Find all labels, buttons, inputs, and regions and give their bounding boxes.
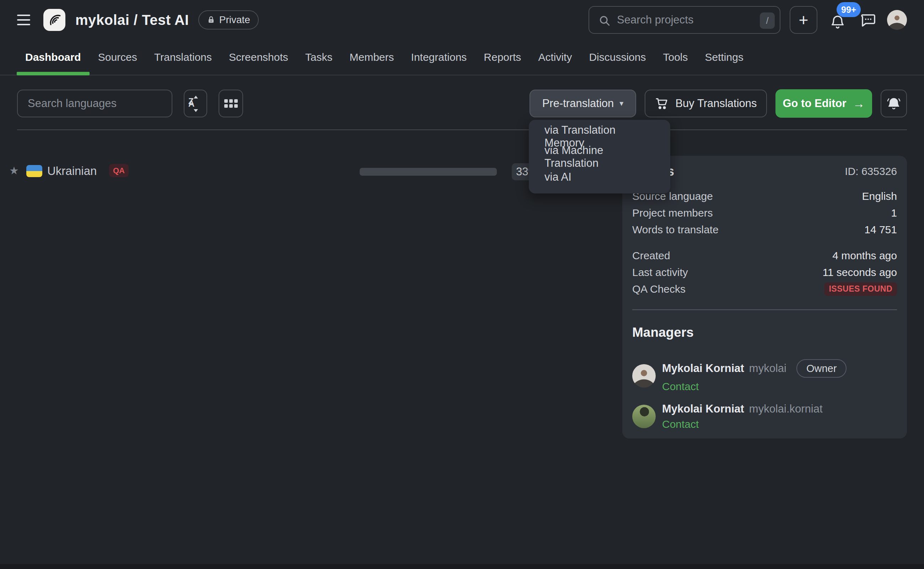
manager-handle: mykolai xyxy=(749,362,786,375)
chat-bubble-icon xyxy=(859,11,876,29)
tab-discussions[interactable]: Discussions xyxy=(580,40,654,75)
top-bar: mykolai / Test AI Private / + 99+ xyxy=(0,0,924,40)
tab-translations[interactable]: Translations xyxy=(146,40,220,75)
tab-sources[interactable]: Sources xyxy=(90,40,146,75)
stat-row-qa-checks: QA Checks ISSUES FOUND xyxy=(632,281,897,297)
tab-integrations[interactable]: Integrations xyxy=(403,40,475,75)
ukraine-flag-icon xyxy=(26,165,42,177)
tab-settings[interactable]: Settings xyxy=(696,40,752,75)
language-row-ukrainian[interactable]: ★ Ukrainian QA 33% xyxy=(0,156,611,188)
dashboard-toolbar: AZ Pre-translation ▾ Buy Translations Go… xyxy=(17,90,907,117)
manager-row: Mykolai Korniat mykolai Owner Contact xyxy=(632,359,897,393)
tab-tools[interactable]: Tools xyxy=(654,40,696,75)
stat-row-words-to-translate: Words to translate 14 751 xyxy=(632,221,897,238)
cart-icon xyxy=(655,96,669,111)
manager-avatar[interactable] xyxy=(632,364,656,388)
lock-icon xyxy=(207,16,215,24)
crowdin-logo[interactable] xyxy=(43,9,65,31)
tab-tasks[interactable]: Tasks xyxy=(297,40,341,75)
tab-reports[interactable]: Reports xyxy=(475,40,530,75)
sort-alphabetically-button[interactable]: AZ xyxy=(184,90,207,117)
create-project-button[interactable]: + xyxy=(790,6,818,34)
chevron-down-icon: ▾ xyxy=(619,99,624,108)
bell-ring-icon xyxy=(886,96,901,111)
translation-progress-bar xyxy=(360,168,497,176)
stat-row-last-activity: Last activity 11 seconds ago xyxy=(632,264,897,281)
menu-item-via-machine-translation[interactable]: via Machine Translation xyxy=(529,146,670,167)
manager-contact-link[interactable]: Contact xyxy=(662,418,823,430)
crowdin-project-dashboard: mykolai / Test AI Private / + 99+ xyxy=(0,0,924,569)
managers-heading: Managers xyxy=(632,325,897,340)
pre-translation-menu: via Translation Memory via Machine Trans… xyxy=(529,120,670,193)
search-input[interactable] xyxy=(589,7,780,33)
menu-item-via-ai[interactable]: via AI xyxy=(529,167,670,187)
sort-az-icon: AZ xyxy=(188,96,203,111)
notification-count-badge: 99+ xyxy=(837,2,861,17)
pre-translation-label: Pre-translation xyxy=(542,97,614,110)
go-to-editor-button[interactable]: Go to Editor → xyxy=(775,89,872,118)
details-divider xyxy=(632,309,897,310)
grid-view-icon xyxy=(224,99,238,108)
slash-shortcut-key: / xyxy=(760,12,775,29)
grid-view-button[interactable] xyxy=(218,90,243,117)
private-badge-label: Private xyxy=(219,14,250,26)
language-search-input[interactable] xyxy=(17,90,172,117)
buy-translations-button[interactable]: Buy Translations xyxy=(645,90,767,117)
tab-dashboard[interactable]: Dashboard xyxy=(17,40,90,75)
crowdin-bird-icon xyxy=(47,12,62,28)
notifications-button[interactable]: 99+ xyxy=(830,9,849,30)
private-badge: Private xyxy=(198,10,259,29)
qa-issues-badge[interactable]: QA xyxy=(109,164,129,177)
manager-contact-link[interactable]: Contact xyxy=(662,380,847,393)
favorite-star-icon[interactable]: ★ xyxy=(9,164,19,177)
arrow-right-icon: → xyxy=(853,97,865,111)
hamburger-menu-icon[interactable] xyxy=(17,11,35,29)
stat-row-created: Created 4 months ago xyxy=(632,247,897,264)
language-name[interactable]: Ukrainian xyxy=(47,164,97,178)
menu-item-via-translation-memory[interactable]: via Translation Memory xyxy=(529,126,670,146)
go-to-editor-label: Go to Editor xyxy=(783,97,846,110)
project-id: ID: 635326 xyxy=(845,165,897,178)
language-notifications-button[interactable] xyxy=(881,90,907,117)
tab-activity[interactable]: Activity xyxy=(530,40,580,75)
manager-name[interactable]: Mykolai Korniat xyxy=(662,362,744,375)
tab-screenshots[interactable]: Screenshots xyxy=(220,40,297,75)
buy-translations-label: Buy Translations xyxy=(675,97,757,110)
manager-name[interactable]: Mykolai Korniat xyxy=(662,403,744,415)
manager-handle: mykolai.korniat xyxy=(749,403,823,415)
project-nav-tabs: Dashboard Sources Translations Screensho… xyxy=(0,40,924,75)
user-avatar[interactable] xyxy=(887,10,907,30)
manager-row: Mykolai Korniat mykolai.korniat Contact xyxy=(632,403,897,430)
list-top-border xyxy=(17,129,907,130)
tab-members[interactable]: Members xyxy=(341,40,403,75)
manager-avatar[interactable] xyxy=(632,405,656,428)
details-panel: Details ID: 635326 Source language Engli… xyxy=(622,156,907,438)
stat-row-project-members: Project members 1 xyxy=(632,204,897,221)
issues-found-badge[interactable]: ISSUES FOUND xyxy=(824,282,897,296)
project-title: mykolai / Test AI xyxy=(75,12,189,28)
bottom-edge xyxy=(0,564,924,569)
project-search: / xyxy=(589,6,780,34)
stat-row-source-language: Source language English xyxy=(632,188,897,204)
owner-role-badge: Owner xyxy=(797,359,847,378)
pre-translation-dropdown-button[interactable]: Pre-translation ▾ xyxy=(530,90,636,117)
messages-button[interactable] xyxy=(859,11,876,29)
search-icon xyxy=(598,15,611,27)
